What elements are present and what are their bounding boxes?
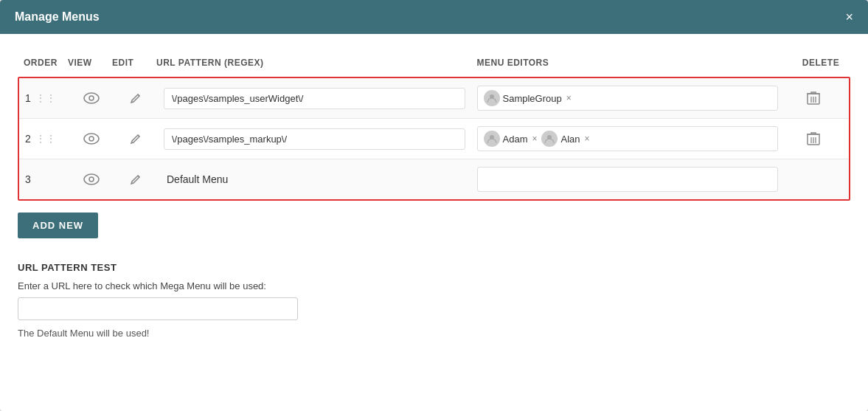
editors-box-1: SampleGroup × (477, 86, 779, 111)
svg-point-17 (84, 174, 99, 184)
editor-remove-btn[interactable]: × (566, 93, 572, 103)
svg-point-1 (89, 96, 94, 100)
drag-handle-icon[interactable]: ⋮⋮ (35, 92, 56, 104)
header-delete: DELETE (791, 55, 850, 71)
editors-cell-1: SampleGroup × (471, 86, 785, 111)
avatar (484, 90, 500, 106)
header-url-pattern: URL PATTERN (REGEX) (150, 55, 471, 71)
edit-button-3[interactable] (114, 173, 158, 185)
avatar (541, 131, 558, 147)
edit-button-1[interactable] (114, 92, 158, 104)
url-cell-1 (158, 88, 471, 109)
table-row: 3 Default Menu (19, 159, 849, 199)
delete-button-2[interactable] (784, 131, 843, 146)
svg-point-8 (84, 134, 99, 144)
header-edit: EDIT (106, 55, 150, 71)
drag-handle-icon[interactable]: ⋮⋮ (35, 133, 56, 145)
row-number-2: 2 ⋮⋮ (25, 133, 69, 145)
header-menu-editors: MENU EDITORS (471, 55, 792, 71)
editors-box-2: Adam × Alan × (477, 126, 779, 151)
editor-tag: SampleGroup × (484, 90, 572, 106)
editors-cell-3 (471, 167, 785, 192)
editor-remove-btn[interactable]: × (532, 134, 537, 144)
modal-header: Manage Menus × (0, 0, 868, 34)
editor-name: Adam (503, 134, 528, 145)
editors-cell-2: Adam × Alan × (471, 126, 785, 151)
editors-box-3 (477, 167, 779, 192)
url-test-title: URL PATTERN TEST (18, 262, 850, 273)
url-cell-2 (158, 128, 471, 150)
row-number-3: 3 (25, 173, 69, 185)
url-test-section: URL PATTERN TEST Enter a URL here to che… (18, 262, 850, 339)
modal-title: Manage Menus (15, 10, 100, 24)
url-input-1[interactable] (164, 88, 465, 109)
edit-button-2[interactable] (114, 133, 158, 145)
close-button[interactable]: × (845, 10, 853, 24)
add-new-button[interactable]: ADD NEW (18, 213, 98, 238)
header-view: VIEW (62, 55, 106, 71)
modal-body: ORDER VIEW EDIT URL PATTERN (REGEX) MENU… (0, 34, 868, 353)
delete-button-1[interactable] (784, 91, 843, 106)
svg-point-0 (84, 93, 99, 103)
view-button-2[interactable] (69, 133, 114, 145)
row-num-label: 1 (25, 92, 31, 104)
url-test-input[interactable] (18, 297, 298, 320)
row-num-label: 3 (25, 173, 31, 185)
editor-remove-btn[interactable]: × (585, 134, 590, 144)
avatar (484, 131, 500, 147)
manage-menus-modal: Manage Menus × ORDER VIEW EDIT URL PATTE… (0, 0, 868, 411)
view-button-3[interactable] (69, 173, 114, 185)
url-cell-3: Default Menu (158, 173, 471, 186)
table-row: 2 ⋮⋮ (19, 119, 849, 159)
svg-point-18 (89, 177, 94, 182)
table-header: ORDER VIEW EDIT URL PATTERN (REGEX) MENU… (18, 49, 850, 77)
row-number-1: 1 ⋮⋮ (25, 92, 69, 104)
url-test-label: Enter a URL here to check which Mega Men… (18, 280, 850, 291)
editor-name: SampleGroup (503, 93, 562, 104)
row-num-label: 2 (25, 133, 31, 145)
table-row: 1 ⋮⋮ (19, 78, 849, 119)
svg-point-9 (89, 137, 94, 141)
url-input-2[interactable] (164, 128, 465, 150)
default-menu-label: Default Menu (164, 173, 228, 185)
header-order: ORDER (18, 55, 62, 71)
menu-table: 1 ⋮⋮ (18, 77, 850, 201)
editor-tag: Alan × (541, 131, 589, 147)
url-test-result: The Default Menu will be used! (18, 328, 850, 339)
editor-tag: Adam × (484, 131, 538, 147)
view-button-1[interactable] (69, 92, 114, 104)
editor-name: Alan (560, 134, 580, 145)
